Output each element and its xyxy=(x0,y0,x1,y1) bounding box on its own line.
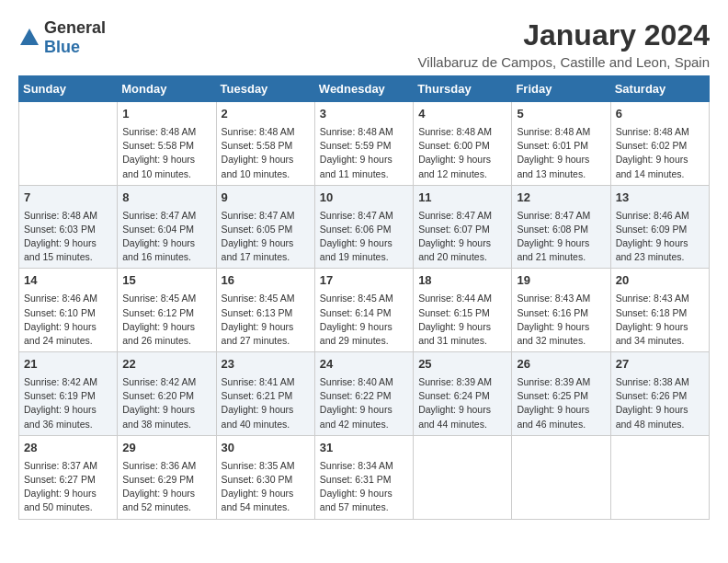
calendar-week-row: 28Sunrise: 8:37 AM Sunset: 6:27 PM Dayli… xyxy=(19,435,710,519)
cell-content: Sunrise: 8:45 AM Sunset: 6:13 PM Dayligh… xyxy=(222,292,310,348)
days-header-row: SundayMondayTuesdayWednesdayThursdayFrid… xyxy=(19,76,710,102)
day-number: 14 xyxy=(24,272,112,290)
svg-marker-0 xyxy=(20,29,39,45)
main-title: January 2024 xyxy=(418,18,710,52)
cell-content: Sunrise: 8:45 AM Sunset: 6:12 PM Dayligh… xyxy=(122,292,210,348)
day-number: 23 xyxy=(222,356,310,373)
calendar-cell: 11Sunrise: 8:47 AM Sunset: 6:07 PM Dayli… xyxy=(414,185,512,269)
day-number: 16 xyxy=(222,272,310,290)
calendar-cell xyxy=(19,102,118,186)
day-number: 3 xyxy=(320,106,408,123)
day-header-friday: Friday xyxy=(512,76,610,102)
cell-content: Sunrise: 8:47 AM Sunset: 6:08 PM Dayligh… xyxy=(517,209,605,265)
cell-content: Sunrise: 8:48 AM Sunset: 5:59 PM Dayligh… xyxy=(320,125,408,181)
cell-content: Sunrise: 8:48 AM Sunset: 6:03 PM Dayligh… xyxy=(24,209,112,265)
day-number: 24 xyxy=(320,356,408,373)
cell-content: Sunrise: 8:48 AM Sunset: 5:58 PM Dayligh… xyxy=(122,125,210,181)
cell-content: Sunrise: 8:40 AM Sunset: 6:22 PM Dayligh… xyxy=(320,375,408,431)
day-number: 19 xyxy=(517,272,605,290)
day-number: 1 xyxy=(122,106,210,123)
calendar-cell: 9Sunrise: 8:47 AM Sunset: 6:05 PM Daylig… xyxy=(216,185,314,269)
calendar-cell: 18Sunrise: 8:44 AM Sunset: 6:15 PM Dayli… xyxy=(414,269,512,352)
subtitle: Villabaruz de Campos, Castille and Leon,… xyxy=(418,54,710,70)
cell-content: Sunrise: 8:39 AM Sunset: 6:24 PM Dayligh… xyxy=(418,375,506,431)
calendar-cell: 7Sunrise: 8:48 AM Sunset: 6:03 PM Daylig… xyxy=(19,185,118,269)
calendar-cell: 12Sunrise: 8:47 AM Sunset: 6:08 PM Dayli… xyxy=(512,185,610,269)
cell-content: Sunrise: 8:41 AM Sunset: 6:21 PM Dayligh… xyxy=(222,375,310,431)
calendar-week-row: 1Sunrise: 8:48 AM Sunset: 5:58 PM Daylig… xyxy=(19,102,710,186)
calendar-cell: 20Sunrise: 8:43 AM Sunset: 6:18 PM Dayli… xyxy=(610,269,709,352)
cell-content: Sunrise: 8:38 AM Sunset: 6:26 PM Dayligh… xyxy=(616,375,704,431)
calendar-week-row: 21Sunrise: 8:42 AM Sunset: 6:19 PM Dayli… xyxy=(19,352,710,436)
day-number: 25 xyxy=(418,356,506,373)
day-number: 27 xyxy=(616,356,704,373)
day-number: 15 xyxy=(122,272,210,290)
cell-content: Sunrise: 8:43 AM Sunset: 6:18 PM Dayligh… xyxy=(616,292,704,348)
header-area: General Blue January 2024 Villabaruz de … xyxy=(18,18,710,70)
day-number: 10 xyxy=(320,190,408,207)
cell-content: Sunrise: 8:48 AM Sunset: 5:58 PM Dayligh… xyxy=(222,125,310,181)
day-number: 20 xyxy=(616,272,704,290)
calendar-cell: 29Sunrise: 8:36 AM Sunset: 6:29 PM Dayli… xyxy=(118,435,216,519)
logo-general: General xyxy=(44,18,106,37)
calendar-cell: 24Sunrise: 8:40 AM Sunset: 6:22 PM Dayli… xyxy=(314,352,413,436)
calendar-cell: 13Sunrise: 8:46 AM Sunset: 6:09 PM Dayli… xyxy=(610,185,709,269)
day-header-sunday: Sunday xyxy=(19,76,118,102)
calendar-cell xyxy=(610,435,709,519)
cell-content: Sunrise: 8:39 AM Sunset: 6:25 PM Dayligh… xyxy=(517,375,605,431)
cell-content: Sunrise: 8:46 AM Sunset: 6:10 PM Dayligh… xyxy=(24,292,112,348)
calendar-cell: 17Sunrise: 8:45 AM Sunset: 6:14 PM Dayli… xyxy=(314,269,413,352)
day-number: 29 xyxy=(122,440,210,457)
cell-content: Sunrise: 8:36 AM Sunset: 6:29 PM Dayligh… xyxy=(122,459,210,515)
cell-content: Sunrise: 8:37 AM Sunset: 6:27 PM Dayligh… xyxy=(24,459,112,515)
calendar-cell xyxy=(512,435,610,519)
cell-content: Sunrise: 8:48 AM Sunset: 6:00 PM Dayligh… xyxy=(418,125,506,181)
cell-content: Sunrise: 8:47 AM Sunset: 6:06 PM Dayligh… xyxy=(320,209,408,265)
calendar-cell: 8Sunrise: 8:47 AM Sunset: 6:04 PM Daylig… xyxy=(118,185,216,269)
cell-content: Sunrise: 8:34 AM Sunset: 6:31 PM Dayligh… xyxy=(320,459,408,515)
calendar-cell: 30Sunrise: 8:35 AM Sunset: 6:30 PM Dayli… xyxy=(216,435,314,519)
day-number: 13 xyxy=(616,190,704,207)
calendar-body: 1Sunrise: 8:48 AM Sunset: 5:58 PM Daylig… xyxy=(19,102,710,520)
calendar-cell: 26Sunrise: 8:39 AM Sunset: 6:25 PM Dayli… xyxy=(512,352,610,436)
calendar-cell: 5Sunrise: 8:48 AM Sunset: 6:01 PM Daylig… xyxy=(512,102,610,186)
day-number: 22 xyxy=(122,356,210,373)
day-number: 4 xyxy=(418,106,506,123)
calendar-cell: 31Sunrise: 8:34 AM Sunset: 6:31 PM Dayli… xyxy=(314,435,413,519)
calendar-cell: 14Sunrise: 8:46 AM Sunset: 6:10 PM Dayli… xyxy=(19,269,118,352)
cell-content: Sunrise: 8:42 AM Sunset: 6:19 PM Dayligh… xyxy=(24,375,112,431)
cell-content: Sunrise: 8:44 AM Sunset: 6:15 PM Dayligh… xyxy=(418,292,506,348)
day-header-monday: Monday xyxy=(118,76,216,102)
day-number: 5 xyxy=(517,106,605,123)
cell-content: Sunrise: 8:46 AM Sunset: 6:09 PM Dayligh… xyxy=(616,209,704,265)
day-number: 6 xyxy=(616,106,704,123)
logo-blue: Blue xyxy=(44,38,80,56)
calendar-cell: 22Sunrise: 8:42 AM Sunset: 6:20 PM Dayli… xyxy=(118,352,216,436)
calendar-cell: 4Sunrise: 8:48 AM Sunset: 6:00 PM Daylig… xyxy=(414,102,512,186)
calendar-cell: 3Sunrise: 8:48 AM Sunset: 5:59 PM Daylig… xyxy=(314,102,413,186)
calendar-cell: 21Sunrise: 8:42 AM Sunset: 6:19 PM Dayli… xyxy=(19,352,118,436)
day-number: 8 xyxy=(122,190,210,207)
cell-content: Sunrise: 8:47 AM Sunset: 6:07 PM Dayligh… xyxy=(418,209,506,265)
day-number: 7 xyxy=(24,190,112,207)
day-header-wednesday: Wednesday xyxy=(314,76,413,102)
title-area: January 2024 Villabaruz de Campos, Casti… xyxy=(418,18,710,70)
calendar-cell: 6Sunrise: 8:48 AM Sunset: 6:02 PM Daylig… xyxy=(610,102,709,186)
calendar-cell: 23Sunrise: 8:41 AM Sunset: 6:21 PM Dayli… xyxy=(216,352,314,436)
calendar-cell: 27Sunrise: 8:38 AM Sunset: 6:26 PM Dayli… xyxy=(610,352,709,436)
cell-content: Sunrise: 8:47 AM Sunset: 6:04 PM Dayligh… xyxy=(122,209,210,265)
day-number: 26 xyxy=(517,356,605,373)
calendar-cell xyxy=(414,435,512,519)
cell-content: Sunrise: 8:48 AM Sunset: 6:02 PM Dayligh… xyxy=(616,125,704,181)
calendar-cell: 16Sunrise: 8:45 AM Sunset: 6:13 PM Dayli… xyxy=(216,269,314,352)
logo: General Blue xyxy=(18,18,106,57)
calendar-cell: 15Sunrise: 8:45 AM Sunset: 6:12 PM Dayli… xyxy=(118,269,216,352)
cell-content: Sunrise: 8:43 AM Sunset: 6:16 PM Dayligh… xyxy=(517,292,605,348)
day-number: 21 xyxy=(24,356,112,373)
calendar-cell: 28Sunrise: 8:37 AM Sunset: 6:27 PM Dayli… xyxy=(19,435,118,519)
calendar-week-row: 14Sunrise: 8:46 AM Sunset: 6:10 PM Dayli… xyxy=(19,269,710,352)
day-header-tuesday: Tuesday xyxy=(216,76,314,102)
day-number: 11 xyxy=(418,190,506,207)
day-number: 2 xyxy=(222,106,310,123)
day-number: 31 xyxy=(320,440,408,457)
